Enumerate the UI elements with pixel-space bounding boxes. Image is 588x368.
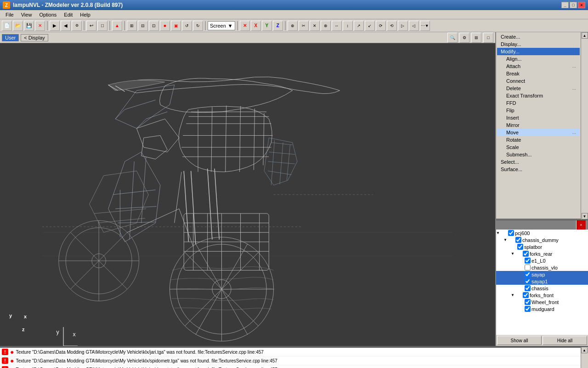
tree-check-splatbor[interactable]: [517, 244, 523, 250]
close-button[interactable]: ×: [578, 2, 585, 8]
menu-edit[interactable]: Edit: [60, 11, 76, 18]
tree-check-chassis_vlo[interactable]: [525, 264, 531, 270]
modify-item-display[interactable]: Display...: [497, 40, 580, 48]
tree-expander-forks_rear[interactable]: ▼: [511, 252, 516, 256]
modify-item-ffd[interactable]: FFD: [497, 99, 580, 107]
show-all-button[interactable]: Show all: [497, 336, 542, 345]
tree-toggle-e1_L0[interactable]: [518, 258, 524, 264]
tool-a7[interactable]: ↻: [193, 21, 203, 31]
tool-dropdown-2[interactable]: ⋯▼: [420, 21, 430, 31]
tree-node-pcj600[interactable]: ▼pcj600: [496, 230, 588, 236]
tree-check-mudguard[interactable]: [525, 306, 531, 312]
minimize-button[interactable]: _: [561, 2, 569, 8]
scroll-down-arrow[interactable]: ▼: [582, 213, 588, 219]
modify-item-modify[interactable]: Modify...: [497, 48, 580, 55]
tree-node-splatbor[interactable]: splatbor: [496, 243, 588, 250]
tool-5[interactable]: ▶: [50, 21, 60, 31]
modify-item-surface[interactable]: Surface...: [497, 166, 580, 173]
tree-node-sayap[interactable]: sayap: [496, 271, 588, 278]
tree-check-e1_L0[interactable]: [525, 258, 531, 264]
tree-check-pcj600[interactable]: [508, 230, 514, 236]
tool-b11[interactable]: ▷: [398, 21, 408, 31]
viewport-maximize[interactable]: □: [483, 33, 493, 43]
tree-node-e1_L0[interactable]: e1_L0: [496, 257, 588, 264]
tree-expander-forks_front[interactable]: ▼: [511, 293, 516, 297]
hide-all-button[interactable]: Hide all: [543, 336, 587, 345]
modify-item-scale[interactable]: Scale: [497, 144, 580, 151]
viewport-3d[interactable]: z y x z y x: [0, 43, 495, 346]
axis-y-button[interactable]: Y: [262, 21, 272, 31]
viewport-settings-1[interactable]: ⚙: [459, 33, 469, 43]
tree-check-chassis[interactable]: [525, 285, 531, 291]
tree-node-chassis[interactable]: chassis: [496, 285, 588, 292]
menu-file[interactable]: File: [2, 11, 17, 18]
tree-toggle-wheel_front[interactable]: [518, 299, 524, 305]
tree-toggle-forks_front[interactable]: [516, 293, 522, 298]
delete-axis-button[interactable]: ✕: [240, 21, 250, 31]
tool-b9[interactable]: ⟳: [376, 21, 386, 31]
tree-expander-pcj600[interactable]: ▼: [496, 231, 502, 235]
tool-b3[interactable]: ✕: [310, 21, 320, 31]
tree-toggle-chassis_dummy[interactable]: [509, 237, 514, 243]
tool-10[interactable]: □: [97, 21, 107, 31]
tree-toggle-mudguard[interactable]: [518, 306, 524, 312]
modify-item-flip[interactable]: Flip: [497, 107, 580, 114]
tool-b8[interactable]: ↙: [365, 21, 375, 31]
tree-toggle-sayap1[interactable]: [518, 279, 524, 284]
modify-item-submesh[interactable]: Submesh...: [497, 151, 580, 158]
modify-item-exact_transform[interactable]: Exact Transform: [497, 92, 580, 99]
tool-a3[interactable]: ⊡: [149, 21, 159, 31]
delete-tool-button[interactable]: ✕: [35, 21, 45, 31]
modify-item-attach[interactable]: Attach...: [497, 63, 580, 70]
tree-expander-chassis_dummy[interactable]: ▼: [503, 238, 509, 242]
tree-toggle-pcj600[interactable]: [502, 230, 507, 236]
tree-toggle-forks_rear[interactable]: [516, 251, 522, 257]
viewport-search[interactable]: 🔍: [447, 33, 458, 43]
tool-7[interactable]: ⚙: [72, 21, 82, 31]
new-button[interactable]: 📄: [2, 21, 12, 31]
modify-item-connect[interactable]: Connect: [497, 77, 580, 85]
tree-node-mudguard[interactable]: mudguard: [496, 305, 588, 312]
tool-b12[interactable]: ◁: [409, 21, 419, 31]
tree-check-sayap[interactable]: [525, 271, 531, 277]
tool-a1[interactable]: ⊞: [127, 21, 137, 31]
modify-item-move[interactable]: Move...: [497, 129, 580, 136]
scroll-up-arrow[interactable]: ▲: [582, 32, 588, 39]
tool-red-1[interactable]: ▲: [112, 21, 122, 31]
tree-node-chassis_dummy[interactable]: ▼chassis_dummy: [496, 236, 588, 243]
tool-b6[interactable]: ↕: [343, 21, 353, 31]
tree-node-forks_front[interactable]: ▼forks_front: [496, 292, 588, 299]
menu-help[interactable]: Help: [76, 11, 94, 18]
tree-toggle-splatbor[interactable]: [511, 244, 516, 250]
axis-x-button[interactable]: X: [251, 21, 261, 31]
tool-a2[interactable]: ⊟: [138, 21, 148, 31]
axis-z-button[interactable]: Z: [273, 21, 283, 31]
modify-item-rotate[interactable]: Rotate: [497, 136, 580, 144]
tree-toggle-chassis[interactable]: [518, 286, 524, 291]
maximize-button[interactable]: □: [570, 2, 577, 8]
tool-b5[interactable]: ↔: [332, 21, 342, 31]
log-scroll-up[interactable]: ▲: [581, 347, 588, 353]
screen-dropdown[interactable]: Screen ▼: [208, 21, 235, 30]
viewport-user-label[interactable]: User: [2, 34, 19, 41]
modify-item-delete[interactable]: Delete...: [497, 85, 580, 92]
titlebar-buttons[interactable]: _ □ ×: [561, 2, 585, 8]
tool-b7[interactable]: ↗: [354, 21, 364, 31]
modify-item-align[interactable]: Align...: [497, 55, 580, 63]
menu-view[interactable]: View: [17, 11, 36, 18]
viewport-settings-2[interactable]: ⊞: [471, 33, 481, 43]
tool-b4[interactable]: ⊗: [321, 21, 331, 31]
tool-a4[interactable]: ■: [160, 21, 170, 31]
modify-scroll[interactable]: ▲ ▼: [581, 32, 588, 219]
tree-check-chassis_dummy[interactable]: [515, 237, 521, 243]
tree-check-forks_rear[interactable]: [523, 251, 529, 257]
tree-check-forks_front[interactable]: [523, 292, 529, 298]
tree-node-forks_rear[interactable]: ▼forks_rear: [496, 250, 588, 257]
tree-toggle-chassis_vlo[interactable]: [518, 265, 524, 270]
log-scrollbar[interactable]: ▲ ▼: [581, 347, 588, 368]
tree-check-wheel_front[interactable]: [525, 299, 531, 305]
modify-item-break[interactable]: Break: [497, 70, 580, 77]
tool-6[interactable]: ◀: [61, 21, 71, 31]
undo-button[interactable]: ↩: [86, 21, 96, 31]
tool-a6[interactable]: ↺: [182, 21, 192, 31]
